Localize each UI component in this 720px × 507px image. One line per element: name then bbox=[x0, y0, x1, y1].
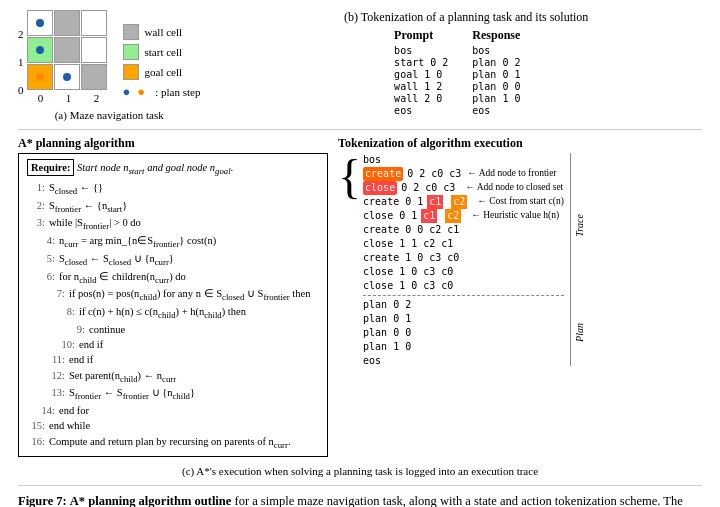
response-header: Response bbox=[472, 28, 538, 45]
maze-and-legend: 0 1 2 bbox=[18, 10, 200, 104]
maze-row-1 bbox=[27, 37, 107, 63]
plan-label: Plan bbox=[574, 323, 585, 342]
response-cell-3: plan 0 0 bbox=[472, 81, 538, 93]
tok-close-3: close 1 1 c2 c1 bbox=[363, 237, 564, 251]
x-label-1: 1 bbox=[66, 92, 72, 104]
tok-plan-2: plan 0 1 bbox=[363, 312, 564, 326]
line-text-4: Sclosed ← Sclosed ∪ {ncurr} bbox=[59, 251, 174, 269]
require-text: Start node nstart and goal node ngoal. bbox=[77, 162, 233, 173]
brace-col: { bbox=[338, 153, 361, 368]
middle-titles: A* planning algorithm Tokenization of al… bbox=[18, 136, 702, 151]
line-text-7: if c(n) + h(n) ≤ c(nchild) + h(nchild) t… bbox=[79, 304, 246, 322]
legend-start-box bbox=[123, 44, 139, 60]
tok-plan-1: plan 0 2 bbox=[363, 298, 564, 312]
maze-caption: (a) Maze navigation task bbox=[55, 109, 164, 121]
token-row-4: wall 2 0plan 1 0 bbox=[394, 93, 538, 105]
cell-0-2 bbox=[81, 64, 107, 90]
maze-row-0 bbox=[27, 64, 107, 90]
line-num-10: 11: bbox=[47, 352, 65, 367]
x-labels: 0 1 2 bbox=[27, 92, 111, 104]
legend-goal-box bbox=[123, 64, 139, 80]
response-cell-0: bos bbox=[472, 45, 538, 57]
figure-caption: Figure 7: A* planning algorithm outline … bbox=[18, 492, 702, 507]
astar-line-9: 10:end if bbox=[27, 337, 319, 352]
tok-close-1: close 0 2 c0 c3 ← Add node to closed set bbox=[363, 181, 564, 195]
y-label-2: 2 bbox=[18, 28, 24, 40]
line-num-11: 12: bbox=[47, 368, 65, 386]
line-text-12: Sfrontier ← Sfrontier ∪ {nchild} bbox=[69, 385, 195, 403]
prompt-cell-5: eos bbox=[394, 105, 472, 117]
top-section: 0 1 2 bbox=[18, 10, 702, 121]
legend-start: start cell bbox=[123, 44, 201, 60]
tok-close-hl: close bbox=[363, 181, 397, 195]
tok-c2-box2: c2 bbox=[445, 209, 461, 223]
figure-bold-text: A* planning algorithm outline bbox=[70, 494, 232, 507]
open-brace: { bbox=[338, 153, 361, 201]
legend-plan: ●● : plan step bbox=[123, 84, 201, 100]
prompt-cell-0: bos bbox=[394, 45, 472, 57]
line-num-0: 1: bbox=[27, 180, 45, 198]
tok-plan-3: plan 0 0 bbox=[363, 326, 564, 340]
annot-cost: ← Cost from start c(n) bbox=[477, 195, 564, 208]
tok-create-2: create 0 1 c1 c2 ← Cost from start c(n) bbox=[363, 195, 564, 209]
astar-line-2: 3:while |Sfrontier| > 0 do bbox=[27, 215, 319, 233]
line-num-4: 5: bbox=[37, 251, 55, 269]
trace-label-box: Trace bbox=[570, 153, 585, 298]
line-num-7: 8: bbox=[57, 304, 75, 322]
astar-algorithm-box: Require: Start node nstart and goal node… bbox=[18, 153, 328, 457]
cell-2-1 bbox=[54, 10, 80, 36]
astar-line-1: 2:Sfrontier ← {nstart} bbox=[27, 198, 319, 216]
line-num-13: 14: bbox=[37, 403, 55, 418]
line-num-15: 16: bbox=[27, 434, 45, 452]
tok-c1-box2: c1 bbox=[421, 209, 437, 223]
divider bbox=[18, 129, 702, 130]
maze-area: 0 1 2 bbox=[18, 10, 200, 121]
y-labels: 0 1 2 bbox=[18, 20, 24, 104]
legend-wall-box bbox=[123, 24, 139, 40]
cell-0-0 bbox=[27, 64, 53, 90]
exec-area: { bos create 0 2 c0 c3 ← Add node to fro… bbox=[338, 153, 702, 368]
cell-1-1 bbox=[54, 37, 80, 63]
plan-divider bbox=[363, 295, 564, 296]
legend-wall-label: wall cell bbox=[145, 26, 183, 38]
tok-create-3: create 0 0 c2 c1 bbox=[363, 223, 564, 237]
astar-line-11: 12:Set parent(nchild) ← ncurr bbox=[27, 368, 319, 386]
astar-line-0: 1:Sclosed ← {} bbox=[27, 180, 319, 198]
figure-label: Figure 7: bbox=[18, 494, 67, 507]
y-label-0: 0 bbox=[18, 84, 24, 96]
plan-step-dots: ● bbox=[123, 84, 131, 100]
token-row-5: eoseos bbox=[394, 105, 538, 117]
prompt-cell-3: wall 1 2 bbox=[394, 81, 472, 93]
x-label-2: 2 bbox=[94, 92, 100, 104]
tok-c1-box1: c1 bbox=[427, 195, 443, 209]
prompt-header: Prompt bbox=[394, 28, 472, 45]
line-num-3: 4: bbox=[37, 233, 55, 251]
middle-section: Require: Start node nstart and goal node… bbox=[18, 153, 702, 457]
maze-grid bbox=[27, 10, 107, 90]
token-table: Prompt Response bosbosstart 0 2plan 0 2g… bbox=[394, 28, 538, 117]
tok-create-4: create 1 0 c3 c0 bbox=[363, 251, 564, 265]
line-text-1: Sfrontier ← {nstart} bbox=[49, 198, 127, 216]
line-num-1: 2: bbox=[27, 198, 45, 216]
astar-line-14: 15:end while bbox=[27, 418, 319, 433]
legend-goal-label: goal cell bbox=[145, 66, 183, 78]
token-row-2: goal 1 0plan 0 1 bbox=[394, 69, 538, 81]
cell-1-0 bbox=[27, 37, 53, 63]
line-num-12: 13: bbox=[47, 385, 65, 403]
legend-wall: wall cell bbox=[123, 24, 201, 40]
line-text-5: for nchild ∈ children(ncurr) do bbox=[59, 269, 186, 287]
tok-create-1: create 0 2 c0 c3 ← Add node to frontier bbox=[363, 167, 564, 181]
line-text-2: while |Sfrontier| > 0 do bbox=[49, 215, 141, 233]
astar-line-15: 16:Compute and return plan by recursing … bbox=[27, 434, 319, 452]
line-text-8: continue bbox=[89, 322, 125, 337]
line-text-11: Set parent(nchild) ← ncurr bbox=[69, 368, 176, 386]
astar-title: A* planning algorithm bbox=[18, 136, 328, 151]
prompt-cell-1: start 0 2 bbox=[394, 57, 472, 69]
astar-lines: 1:Sclosed ← {}2:Sfrontier ← {nstart}3:wh… bbox=[27, 180, 319, 452]
tok-eos: eos bbox=[363, 354, 564, 368]
token-row-1: start 0 2plan 0 2 bbox=[394, 57, 538, 69]
response-cell-5: eos bbox=[472, 105, 538, 117]
astar-line-7: 8:if c(n) + h(n) ≤ c(nchild) + h(nchild)… bbox=[27, 304, 319, 322]
token-caption: (b) Tokenization of a planning task and … bbox=[344, 10, 588, 25]
tok-close-2: close 0 1 c1 c2 ← Heuristic value h(n) bbox=[363, 209, 564, 223]
